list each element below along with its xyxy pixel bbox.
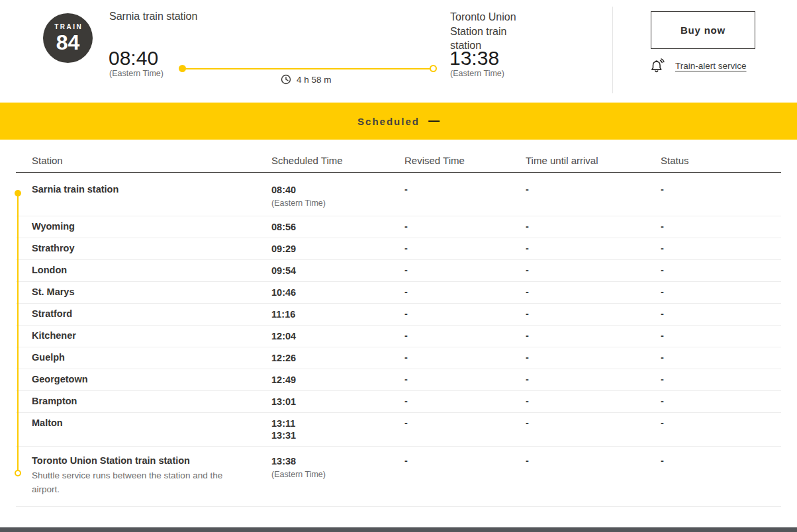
status-cell: -	[661, 265, 781, 275]
table-row: Strathroy09:29---	[16, 238, 781, 260]
status-cell: -	[661, 243, 781, 253]
scheduled-time: 13:38	[271, 455, 404, 467]
station-cell: Kitchener	[16, 330, 271, 341]
time-until-arrival-cell: -	[526, 265, 661, 275]
status-cell: -	[661, 330, 781, 341]
origin-departure-time: 08:40	[109, 47, 158, 69]
scheduled-time-cell: 11:16	[271, 308, 404, 320]
time-until-arrival-cell: -	[526, 418, 661, 428]
station-name: Georgetown	[32, 374, 271, 385]
buy-now-button[interactable]: Buy now	[651, 11, 755, 49]
revised-time-cell: -	[404, 396, 526, 406]
train-badge-label: TRAIN	[53, 23, 83, 30]
scheduled-time-cell: 09:29	[271, 243, 404, 255]
revised-time-cell: -	[404, 418, 526, 428]
scheduled-time-cell: 13:01	[271, 396, 404, 408]
scheduled-time-cell: 10:46	[271, 287, 404, 298]
table-row: Toronto Union Station train stationShutt…	[16, 447, 781, 507]
station-cell: Stratford	[16, 308, 271, 320]
table-row: Malton13:1113:31---	[16, 413, 781, 447]
scheduled-time-cell: 09:54	[271, 265, 404, 277]
station-cell: Sarnia train station	[16, 184, 271, 195]
trip-summary-header: TRAIN 84 Sarnia train station 08:40 (Eas…	[0, 0, 797, 103]
rail-vertical-line	[17, 195, 19, 471]
scheduled-time-cell: 12:49	[271, 374, 404, 386]
scheduled-time: 13:11	[271, 418, 404, 429]
station-name: Toronto Union Station train station	[32, 455, 271, 466]
scheduled-time: 09:54	[271, 265, 404, 277]
time-until-arrival-cell: -	[526, 374, 661, 384]
time-until-arrival-cell: -	[526, 352, 661, 363]
station-schedule-table: Station Scheduled Time Revised Time Time…	[16, 140, 781, 507]
scheduled-time: 12:04	[271, 330, 404, 342]
station-name: Malton	[32, 418, 271, 429]
journey-end-circle	[430, 65, 437, 72]
time-until-arrival-cell: -	[526, 184, 661, 195]
column-header-status: Status	[661, 155, 781, 166]
scheduled-time-cell: 08:40(Eastern Time)	[271, 184, 404, 208]
station-cell: Toronto Union Station train stationShutt…	[16, 455, 271, 496]
status-cell: -	[661, 455, 781, 466]
station-name: Wyoming	[32, 221, 271, 232]
table-row: Sarnia train station08:40(Eastern Time)-…	[16, 173, 781, 216]
table-row: Georgetown12:49---	[16, 369, 781, 391]
scheduled-time-cell: 12:26	[271, 352, 404, 364]
time-until-arrival-cell: -	[526, 243, 661, 253]
revised-time-cell: -	[404, 287, 526, 297]
table-row: Wyoming08:56---	[16, 216, 781, 238]
destination-timezone-label: (Eastern Time)	[450, 69, 504, 78]
station-note: Shuttle service runs between the station…	[32, 468, 230, 496]
status-cell: -	[661, 374, 781, 384]
train-badge-number: 84	[56, 32, 80, 53]
journey-timeline	[183, 68, 434, 69]
table-row: Brampton13:01---	[16, 391, 781, 413]
trip-duration-label: 4 h 58 m	[297, 75, 332, 85]
bell-icon	[649, 57, 667, 75]
station-cell: St. Marys	[16, 287, 271, 298]
clock-icon	[281, 74, 291, 85]
time-until-arrival-cell: -	[526, 308, 661, 319]
revised-time-cell: -	[404, 265, 526, 275]
trip-duration: 4 h 58 m	[281, 74, 332, 85]
scheduled-time: 11:16	[271, 308, 404, 320]
table-row: Guelph12:26---	[16, 347, 781, 369]
station-cell: Guelph	[16, 352, 271, 363]
status-cell: -	[661, 396, 781, 406]
scheduled-time: 08:40	[271, 184, 404, 196]
revised-time-cell: -	[404, 352, 526, 363]
table-row: London09:54---	[16, 260, 781, 282]
station-cell: London	[16, 265, 271, 276]
time-until-arrival-cell: -	[526, 396, 661, 406]
station-cell: Wyoming	[16, 221, 271, 232]
time-until-arrival-cell: -	[526, 287, 661, 297]
scheduled-time-cell: 13:1113:31	[271, 418, 404, 441]
rail-destination-circle	[15, 470, 21, 476]
time-until-arrival-cell: -	[526, 330, 661, 341]
station-cell: Malton	[16, 418, 271, 429]
station-table-body: Sarnia train station08:40(Eastern Time)-…	[16, 173, 781, 507]
bottom-scrollbar[interactable]	[0, 527, 797, 532]
scheduled-time-cell: 13:38(Eastern Time)	[271, 455, 404, 480]
scheduled-label: Scheduled	[357, 116, 420, 127]
header-divider	[612, 7, 613, 93]
scheduled-time: 12:49	[271, 374, 404, 386]
column-header-station: Station	[16, 155, 271, 166]
collapse-dash-icon: —	[428, 115, 440, 128]
revised-time-cell: -	[404, 374, 526, 384]
revised-time-cell: -	[404, 330, 526, 341]
status-cell: -	[661, 184, 781, 195]
scheduled-time-cell: 08:56	[271, 221, 404, 233]
scheduled-time: 13:31	[271, 429, 404, 441]
station-name: Stratford	[32, 308, 271, 320]
station-name: Strathroy	[32, 243, 271, 254]
destination-arrival-time: 13:38	[449, 47, 499, 69]
status-cell: -	[661, 418, 781, 428]
revised-time-cell: -	[404, 243, 526, 253]
status-cell: -	[661, 287, 781, 297]
station-name: London	[32, 265, 271, 276]
train-alert-service-link[interactable]: Train-alert service	[675, 61, 747, 71]
revised-time-cell: -	[404, 184, 526, 195]
station-cell: Georgetown	[16, 374, 271, 385]
scheduled-status-banner[interactable]: Scheduled —	[0, 103, 797, 140]
timezone-label: (Eastern Time)	[271, 199, 404, 208]
